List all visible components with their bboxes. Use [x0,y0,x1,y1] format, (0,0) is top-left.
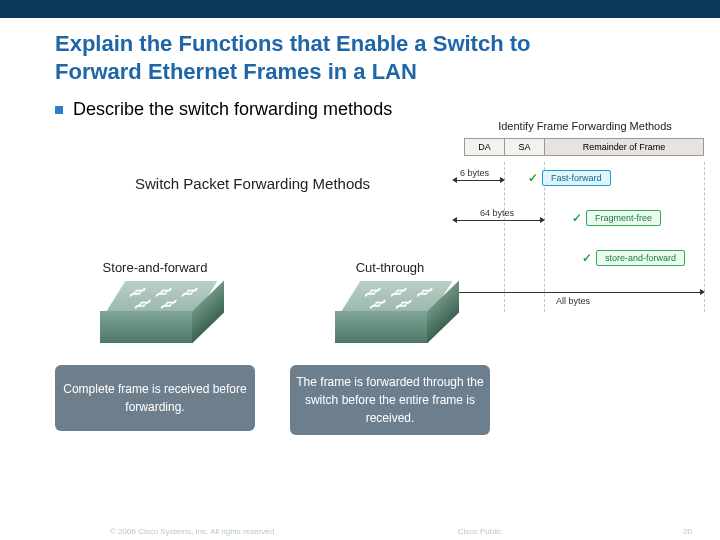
cut-through-caption: The frame is forwarded through the switc… [290,365,490,435]
switch-icon: ⇄ ⇄ ⇄ ⇄ ⇄ [335,281,445,343]
check-icon: ✓ [572,211,582,225]
bullet-text: Describe the switch forwarding methods [73,99,392,120]
chip-fragment-free: Fragment-free [586,210,661,226]
label-6-bytes: 6 bytes [460,168,489,178]
diagram-subheading: Switch Packet Forwarding Methods [135,175,370,192]
port-arrow-icon: ⇄ [129,297,156,311]
timing-chart: 6 bytes Fast-forward ✓ 64 bytes Fragment… [446,162,720,312]
dim-64bytes-line [454,220,544,221]
dim-allbytes-line [454,292,704,293]
arrow-right-icon [540,217,545,223]
arrow-left-icon [452,177,457,183]
label-all-bytes: All bytes [556,296,590,306]
slide-footer: © 2006 Cisco Systems, Inc. All rights re… [0,527,720,536]
diagram-title: Identify Frame Forwarding Methods [446,120,720,132]
cell-sa: SA [505,139,545,155]
port-arrow-icon: ⇄ [390,297,417,311]
check-icon: ✓ [528,171,538,185]
arrow-left-icon [452,217,457,223]
port-arrow-icon: ⇄ [364,297,391,311]
frame-forwarding-diagram: Identify Frame Forwarding Methods DA SA … [446,120,720,312]
switch-icon: ⇄ ⇄ ⇄ ⇄ ⇄ [100,281,210,343]
footer-mark: Cisco Public [458,527,502,536]
square-bullet-icon [55,106,63,114]
port-arrow-icon: ⇄ [155,297,182,311]
label-64-bytes: 64 bytes [480,208,514,218]
tick-after-da [504,162,505,312]
switch-front-face [100,311,192,343]
footer-page-number: 20 [683,527,692,536]
arrow-right-icon [500,177,505,183]
footer-copyright: © 2006 Cisco Systems, Inc. All rights re… [110,527,276,536]
cut-through-block: Cut-through ⇄ ⇄ ⇄ ⇄ ⇄ The frame is forwa… [305,260,475,435]
title-line-1: Explain the Functions that Enable a Swit… [55,31,531,56]
cell-remainder: Remainder of Frame [545,139,703,155]
switch-front-face [335,311,427,343]
dim-6bytes-line [454,180,504,181]
chip-fast-forward: Fast-forward [542,170,611,186]
store-and-forward-label: Store-and-forward [70,260,240,275]
bullet-row: Describe the switch forwarding methods [0,89,720,120]
arrow-right-icon [700,289,705,295]
check-icon: ✓ [582,251,592,265]
store-and-forward-caption: Complete frame is received before forwar… [55,365,255,431]
frame-structure-row: DA SA Remainder of Frame [464,138,704,156]
chip-store-and-forward: store-and-forward [596,250,685,266]
cell-da: DA [465,139,505,155]
cut-through-label: Cut-through [305,260,475,275]
top-accent-bar [0,0,720,18]
store-and-forward-block: Store-and-forward ⇄ ⇄ ⇄ ⇄ ⇄ Complete fra… [70,260,240,431]
title-line-2: Forward Ethernet Frames in a LAN [55,59,417,84]
slide-title: Explain the Functions that Enable a Swit… [0,18,720,89]
